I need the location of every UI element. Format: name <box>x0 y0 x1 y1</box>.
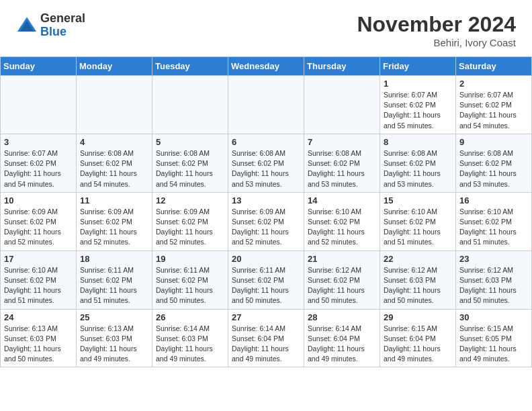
day-number: 23 <box>459 254 528 264</box>
calendar-cell: 11Sunrise: 6:09 AMSunset: 6:02 PMDayligh… <box>77 192 152 250</box>
calendar-cell: 7Sunrise: 6:08 AMSunset: 6:02 PMDaylight… <box>304 134 380 192</box>
day-info: Sunrise: 6:12 AMSunset: 6:02 PMDaylight:… <box>308 265 376 306</box>
day-info: Sunrise: 6:07 AMSunset: 6:02 PMDaylight:… <box>459 90 528 131</box>
day-number: 8 <box>384 137 452 147</box>
day-number: 5 <box>156 137 224 147</box>
day-number: 27 <box>232 312 300 322</box>
day-number: 24 <box>4 312 73 322</box>
page-header: General Blue November 2024 Behiri, Ivory… <box>0 0 532 54</box>
day-info: Sunrise: 6:08 AMSunset: 6:02 PMDaylight:… <box>384 148 452 189</box>
day-number: 7 <box>308 137 376 147</box>
logo-icon <box>16 15 38 36</box>
location: Behiri, Ivory Coast <box>357 37 516 48</box>
calendar-cell <box>228 76 304 134</box>
day-info: Sunrise: 6:08 AMSunset: 6:02 PMDaylight:… <box>232 148 300 189</box>
day-info: Sunrise: 6:08 AMSunset: 6:02 PMDaylight:… <box>308 148 376 189</box>
calendar-cell: 4Sunrise: 6:08 AMSunset: 6:02 PMDaylight… <box>77 134 152 192</box>
calendar-cell: 29Sunrise: 6:15 AMSunset: 6:04 PMDayligh… <box>380 309 456 367</box>
calendar-cell: 24Sunrise: 6:13 AMSunset: 6:03 PMDayligh… <box>1 309 77 367</box>
calendar-cell <box>77 76 152 134</box>
weekday-header-saturday: Saturday <box>456 57 532 76</box>
calendar-cell: 15Sunrise: 6:10 AMSunset: 6:02 PMDayligh… <box>380 192 456 250</box>
day-number: 9 <box>459 137 528 147</box>
month-title: November 2024 <box>357 12 516 37</box>
calendar-cell: 3Sunrise: 6:07 AMSunset: 6:02 PMDaylight… <box>1 134 77 192</box>
day-info: Sunrise: 6:13 AMSunset: 6:03 PMDaylight:… <box>80 324 148 365</box>
day-number: 20 <box>232 254 300 264</box>
day-number: 14 <box>308 195 376 205</box>
day-number: 30 <box>459 312 528 322</box>
day-info: Sunrise: 6:15 AMSunset: 6:04 PMDaylight:… <box>384 324 452 365</box>
week-row-1: 1Sunrise: 6:07 AMSunset: 6:02 PMDaylight… <box>1 76 532 134</box>
weekday-header-thursday: Thursday <box>304 57 380 76</box>
day-info: Sunrise: 6:14 AMSunset: 6:04 PMDaylight:… <box>308 324 376 365</box>
calendar-cell: 9Sunrise: 6:08 AMSunset: 6:02 PMDaylight… <box>456 134 532 192</box>
day-number: 26 <box>156 312 224 322</box>
calendar-cell: 16Sunrise: 6:10 AMSunset: 6:02 PMDayligh… <box>456 192 532 250</box>
calendar-cell: 22Sunrise: 6:12 AMSunset: 6:03 PMDayligh… <box>380 250 456 309</box>
day-number: 16 <box>459 195 528 205</box>
day-info: Sunrise: 6:09 AMSunset: 6:02 PMDaylight:… <box>156 207 224 248</box>
calendar-cell: 12Sunrise: 6:09 AMSunset: 6:02 PMDayligh… <box>152 192 228 250</box>
calendar-cell: 30Sunrise: 6:15 AMSunset: 6:05 PMDayligh… <box>456 309 532 367</box>
calendar-cell: 1Sunrise: 6:07 AMSunset: 6:02 PMDaylight… <box>380 76 456 134</box>
logo: General Blue <box>16 12 85 39</box>
day-info: Sunrise: 6:09 AMSunset: 6:02 PMDaylight:… <box>80 207 148 248</box>
calendar-cell: 28Sunrise: 6:14 AMSunset: 6:04 PMDayligh… <box>304 309 380 367</box>
logo-general: General <box>40 11 85 25</box>
day-info: Sunrise: 6:10 AMSunset: 6:02 PMDaylight:… <box>4 265 73 306</box>
day-number: 25 <box>80 312 148 322</box>
day-number: 28 <box>308 312 376 322</box>
calendar-cell: 5Sunrise: 6:08 AMSunset: 6:02 PMDaylight… <box>152 134 228 192</box>
calendar-cell: 18Sunrise: 6:11 AMSunset: 6:02 PMDayligh… <box>77 250 152 309</box>
day-number: 1 <box>384 79 452 89</box>
calendar-cell: 8Sunrise: 6:08 AMSunset: 6:02 PMDaylight… <box>380 134 456 192</box>
day-number: 21 <box>308 254 376 264</box>
day-number: 13 <box>232 195 300 205</box>
day-number: 17 <box>4 254 73 264</box>
day-number: 6 <box>232 137 300 147</box>
calendar-cell <box>1 76 77 134</box>
day-number: 15 <box>384 195 452 205</box>
calendar-cell: 2Sunrise: 6:07 AMSunset: 6:02 PMDaylight… <box>456 76 532 134</box>
day-number: 22 <box>384 254 452 264</box>
calendar-cell: 27Sunrise: 6:14 AMSunset: 6:04 PMDayligh… <box>228 309 304 367</box>
calendar-cell: 13Sunrise: 6:09 AMSunset: 6:02 PMDayligh… <box>228 192 304 250</box>
weekday-header-row: SundayMondayTuesdayWednesdayThursdayFrid… <box>1 57 532 76</box>
calendar-cell: 10Sunrise: 6:09 AMSunset: 6:02 PMDayligh… <box>1 192 77 250</box>
logo-blue: Blue <box>40 25 66 38</box>
day-number: 10 <box>4 195 73 205</box>
day-info: Sunrise: 6:07 AMSunset: 6:02 PMDaylight:… <box>384 90 452 131</box>
day-info: Sunrise: 6:13 AMSunset: 6:03 PMDaylight:… <box>4 324 73 365</box>
weekday-header-monday: Monday <box>77 57 152 76</box>
week-row-2: 3Sunrise: 6:07 AMSunset: 6:02 PMDaylight… <box>1 134 532 192</box>
week-row-3: 10Sunrise: 6:09 AMSunset: 6:02 PMDayligh… <box>1 192 532 250</box>
day-info: Sunrise: 6:12 AMSunset: 6:03 PMDaylight:… <box>384 265 452 306</box>
day-number: 3 <box>4 137 73 147</box>
weekday-header-friday: Friday <box>380 57 456 76</box>
day-number: 29 <box>384 312 452 322</box>
day-number: 12 <box>156 195 224 205</box>
day-number: 11 <box>80 195 148 205</box>
day-number: 4 <box>80 137 148 147</box>
day-info: Sunrise: 6:15 AMSunset: 6:05 PMDaylight:… <box>459 324 528 365</box>
calendar-cell <box>152 76 228 134</box>
day-info: Sunrise: 6:10 AMSunset: 6:02 PMDaylight:… <box>459 207 528 248</box>
day-info: Sunrise: 6:07 AMSunset: 6:02 PMDaylight:… <box>4 148 73 189</box>
week-row-5: 24Sunrise: 6:13 AMSunset: 6:03 PMDayligh… <box>1 309 532 367</box>
day-number: 2 <box>459 79 528 89</box>
day-info: Sunrise: 6:10 AMSunset: 6:02 PMDaylight:… <box>308 207 376 248</box>
day-info: Sunrise: 6:14 AMSunset: 6:03 PMDaylight:… <box>156 324 224 365</box>
day-info: Sunrise: 6:09 AMSunset: 6:02 PMDaylight:… <box>4 207 73 248</box>
weekday-header-tuesday: Tuesday <box>152 57 228 76</box>
calendar-cell: 17Sunrise: 6:10 AMSunset: 6:02 PMDayligh… <box>1 250 77 309</box>
calendar-cell: 26Sunrise: 6:14 AMSunset: 6:03 PMDayligh… <box>152 309 228 367</box>
day-info: Sunrise: 6:10 AMSunset: 6:02 PMDaylight:… <box>384 207 452 248</box>
day-info: Sunrise: 6:08 AMSunset: 6:02 PMDaylight:… <box>459 148 528 189</box>
day-info: Sunrise: 6:08 AMSunset: 6:02 PMDaylight:… <box>156 148 224 189</box>
calendar-cell: 21Sunrise: 6:12 AMSunset: 6:02 PMDayligh… <box>304 250 380 309</box>
title-block: November 2024 Behiri, Ivory Coast <box>357 12 516 48</box>
day-info: Sunrise: 6:08 AMSunset: 6:02 PMDaylight:… <box>80 148 148 189</box>
week-row-4: 17Sunrise: 6:10 AMSunset: 6:02 PMDayligh… <box>1 250 532 309</box>
day-info: Sunrise: 6:11 AMSunset: 6:02 PMDaylight:… <box>156 265 224 306</box>
